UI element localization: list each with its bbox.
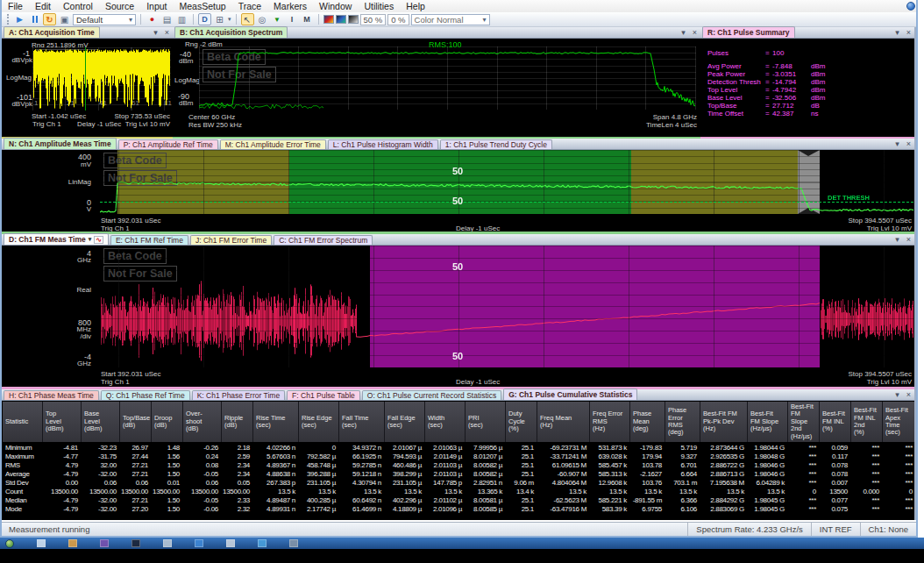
- colormap-chip-1[interactable]: [323, 15, 334, 24]
- tab-f[interactable]: F: Ch1 Pulse Table: [287, 390, 360, 400]
- stat-row-maximum[interactable]: Maximum-4.77-31.7527.441.560.242.595.676…: [3, 452, 914, 460]
- taskbar-icon[interactable]: [100, 539, 109, 547]
- channel-indicator[interactable]: Ch1: None: [860, 523, 916, 536]
- tab-a[interactable]: A: Ch1 Acquisition Time: [4, 26, 100, 38]
- restart-icon[interactable]: ↻: [43, 13, 56, 25]
- menu-input[interactable]: Input: [140, 1, 173, 11]
- recording-save-icon[interactable]: ▥: [175, 13, 188, 25]
- tab-b[interactable]: B: Ch1 Acquisition Spectrum: [174, 26, 288, 38]
- tab-n[interactable]: N: Ch1 Amplitude Meas Time: [4, 138, 117, 149]
- menu-help[interactable]: Help: [400, 1, 431, 11]
- stat-value: 13.5 k: [299, 488, 339, 495]
- stat-row-mode[interactable]: Mode-4.79-32.0027.201.50-0.062.324.89931…: [3, 504, 914, 513]
- recording-open-icon[interactable]: ▤: [160, 13, 174, 25]
- menu-control[interactable]: Control: [57, 1, 99, 11]
- menu-meassetup[interactable]: MeasSetup: [174, 1, 232, 11]
- panel-menu-icon[interactable]: ▾: [895, 28, 899, 37]
- tab-1[interactable]: 1: Ch1 Pulse Trend Duty Cycle: [440, 139, 552, 149]
- tab-d[interactable]: D: Ch1 FM Meas Time▾∿: [4, 233, 109, 245]
- tab-c[interactable]: C: Ch1 FM Error Spectrum: [274, 235, 373, 245]
- toolbar-grip[interactable]: [7, 14, 10, 25]
- stat-value: 13500.00: [183, 488, 222, 495]
- trigger-readout: Trig Ch 1: [101, 224, 130, 232]
- panel-close-icon[interactable]: ×: [693, 28, 697, 37]
- display-tile-icon[interactable]: D: [198, 13, 211, 25]
- offset-marker-icon[interactable]: M: [301, 13, 314, 25]
- start-button[interactable]: [5, 539, 14, 548]
- tab-l[interactable]: L: Ch1 Pulse Histogram Width: [328, 139, 438, 149]
- taskbar-icon[interactable]: [37, 539, 46, 547]
- colormap-chip-3[interactable]: [348, 15, 359, 24]
- layout-grid-icon[interactable]: ⊞: [213, 13, 226, 25]
- pulse-summary-list: Pulses=100Avg Power=-7.848dBmPeak Power=…: [707, 49, 825, 118]
- taskbar-icon[interactable]: [258, 539, 267, 547]
- panel-close-icon[interactable]: ×: [906, 390, 911, 399]
- panel-menu-icon[interactable]: ▾: [895, 390, 899, 399]
- taskbar-icon[interactable]: [68, 539, 77, 547]
- color-offset-field[interactable]: 0 %: [387, 14, 409, 25]
- tab-e[interactable]: E: Ch1 FM Ref Time: [110, 235, 188, 245]
- color-mode-combobox[interactable]: Color Normal▾: [411, 14, 490, 25]
- tab-g[interactable]: G: Ch1 Pulse Cumulative Statistics: [503, 388, 637, 400]
- stat-value: 2.01149 µ: [425, 453, 466, 460]
- taskbar-icon[interactable]: [195, 539, 203, 547]
- preset-combobox[interactable]: Default▾: [73, 14, 136, 25]
- taskbar-icon[interactable]: [226, 539, 235, 547]
- band-marker-icon[interactable]: I: [286, 13, 299, 25]
- tab-m[interactable]: M: Ch1 Amplitude Error Time: [220, 139, 326, 149]
- reference-indicator[interactable]: INT REF: [811, 523, 860, 536]
- menu-file[interactable]: File: [2, 1, 29, 11]
- stat-value: 0.078: [820, 470, 851, 478]
- tab-caret-icon[interactable]: ▾: [89, 236, 92, 243]
- stat-value: 8.01207 µ: [466, 453, 506, 460]
- tab-j[interactable]: J: Ch1 FM Error Time: [190, 235, 272, 245]
- stat-row-average[interactable]: Average-4.79-32.0027.211.50-0.052.344.88…: [3, 469, 914, 478]
- panel-menu-icon[interactable]: ▾: [681, 28, 686, 37]
- stat-name: Median: [3, 496, 43, 504]
- play-icon[interactable]: ▶: [13, 13, 26, 25]
- stat-value: 6.664: [665, 470, 700, 478]
- panel-menu-icon[interactable]: ▾: [895, 139, 899, 148]
- colormap-chip-2[interactable]: [336, 15, 346, 24]
- menu-source[interactable]: Source: [99, 1, 140, 11]
- layout-chevron-icon[interactable]: ▾: [228, 16, 231, 23]
- tab-p[interactable]: P: Ch1 Amplitude Ref Time: [118, 139, 218, 149]
- menu-trace[interactable]: Trace: [232, 1, 267, 11]
- marker-peak-icon[interactable]: ▼: [271, 13, 284, 25]
- menu-edit[interactable]: Edit: [29, 1, 57, 11]
- tab-r[interactable]: R: Ch1 Pulse Summary: [702, 26, 795, 38]
- panel-close-icon[interactable]: ×: [906, 28, 911, 37]
- menu-window[interactable]: Window: [313, 1, 358, 11]
- stat-row-count[interactable]: Count13500.0013500.0013500.0013500.00135…: [3, 487, 914, 495]
- panel-menu-icon[interactable]: ▾: [895, 235, 899, 244]
- panel-close-icon[interactable]: ×: [906, 139, 911, 148]
- stat-row-rms[interactable]: RMS4.7932.0027.211.500.082.344.89367 n45…: [3, 460, 914, 469]
- stat-value: 6.366: [665, 496, 700, 504]
- panel-close-icon[interactable]: ×: [165, 28, 169, 37]
- stat-row-minimum[interactable]: Minimum-4.81-32.2326.971.48-0.262.184.02…: [3, 443, 914, 452]
- stat-row-std-dev[interactable]: Std Dev0.000.060.060.010.060.05267.383 p…: [3, 478, 914, 487]
- menu-markers[interactable]: Markers: [267, 1, 313, 11]
- single-acquisition-icon[interactable]: ▣: [58, 13, 71, 25]
- panel-menu-icon[interactable]: ▾: [153, 28, 158, 37]
- time-cursor[interactable]: [85, 47, 86, 110]
- pause-icon[interactable]: [28, 13, 41, 25]
- stat-value: 0.000: [851, 488, 883, 495]
- stat-row-median[interactable]: Median-4.79-32.0027.211.50-0.052.334.894…: [3, 495, 914, 504]
- tab-q[interactable]: Q: Ch1 Phase Ref Time: [101, 390, 190, 400]
- tab-o[interactable]: O: Ch1 Pulse Current Record Statistics: [362, 390, 501, 400]
- status-message: Measurement running: [2, 523, 687, 536]
- taskbar-icon[interactable]: [289, 539, 298, 547]
- menu-utilities[interactable]: Utilities: [358, 1, 400, 11]
- help-icon[interactable]: [906, 2, 915, 11]
- summary-row: Pulses=100: [707, 49, 825, 57]
- color-scale-field[interactable]: 50 %: [360, 14, 387, 25]
- record-icon[interactable]: ●: [146, 13, 159, 25]
- panel-close-icon[interactable]: ×: [906, 235, 911, 244]
- pointer-icon[interactable]: ↖: [241, 13, 254, 25]
- tab-h[interactable]: H: Ch1 Phase Meas Time: [4, 390, 99, 400]
- zoom-selection-icon[interactable]: ◎: [256, 13, 269, 25]
- taskbar-icon[interactable]: [131, 539, 140, 547]
- tab-k[interactable]: K: Ch1 Phase Error Time: [192, 390, 285, 400]
- taskbar-icon[interactable]: [163, 539, 172, 547]
